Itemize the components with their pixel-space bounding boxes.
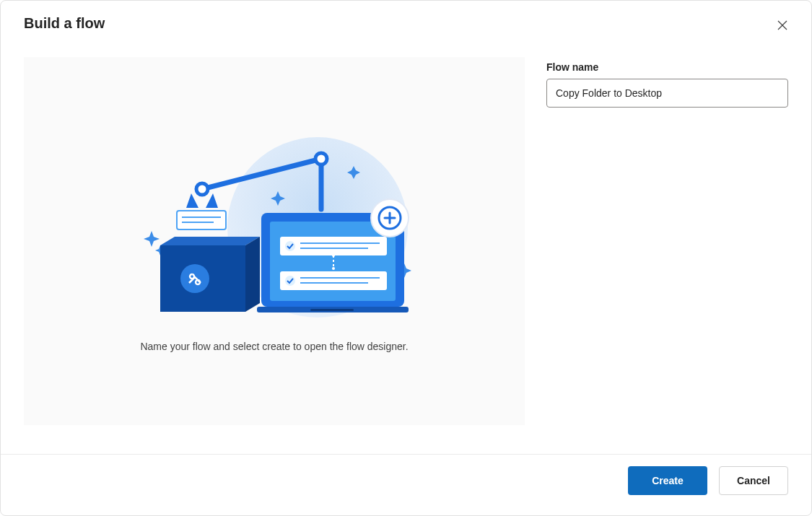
dialog-content: Name your flow and select create to open… <box>1 43 811 454</box>
close-icon <box>777 20 787 30</box>
create-button[interactable]: Create <box>628 466 707 495</box>
dialog-title: Build a flow <box>24 15 105 32</box>
svg-rect-23 <box>280 237 387 255</box>
svg-marker-16 <box>160 237 260 245</box>
flow-illustration <box>123 130 426 318</box>
svg-point-10 <box>196 183 208 195</box>
dialog-header: Build a flow <box>1 1 811 43</box>
svg-point-18 <box>180 264 209 293</box>
svg-marker-3 <box>144 231 160 247</box>
svg-point-31 <box>285 276 295 286</box>
svg-point-29 <box>332 267 335 270</box>
dialog-footer: Create Cancel <box>1 454 811 515</box>
flow-name-input[interactable] <box>546 79 788 108</box>
svg-marker-17 <box>245 237 260 312</box>
svg-rect-12 <box>177 211 226 229</box>
illustration-panel: Name your flow and select create to open… <box>24 57 525 425</box>
form-panel: Flow name <box>546 57 788 454</box>
build-flow-dialog: Build a flow <box>0 0 812 516</box>
svg-point-11 <box>315 153 327 165</box>
svg-rect-30 <box>280 271 387 290</box>
svg-rect-22 <box>310 309 354 311</box>
close-button[interactable] <box>771 14 794 37</box>
flow-name-label: Flow name <box>546 61 788 73</box>
cancel-button[interactable]: Cancel <box>719 466 788 495</box>
svg-point-28 <box>332 254 335 257</box>
svg-point-24 <box>285 241 295 251</box>
illustration-caption: Name your flow and select create to open… <box>140 341 408 352</box>
